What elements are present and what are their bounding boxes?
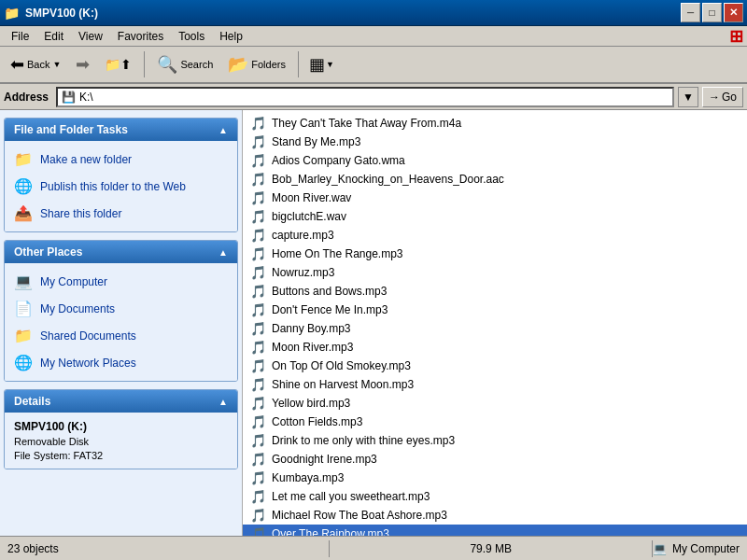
file-name: On Top Of Old Smokey.mp3 (272, 359, 411, 372)
file-icon: 🎵 (250, 134, 266, 149)
menu-file[interactable]: File (4, 28, 36, 45)
details-collapse-icon: ▲ (218, 397, 228, 407)
file-item[interactable]: 🎵Goodnight Irene.mp3 (243, 450, 747, 469)
file-item[interactable]: 🎵Let me call you sweetheart.mp3 (243, 487, 747, 506)
file-name: Goodnight Irene.mp3 (272, 453, 377, 466)
file-icon: 🎵 (250, 452, 266, 467)
nav-shared-documents[interactable]: 📁 Shared Documents (14, 325, 228, 346)
file-name: Drink to me only with thine eyes.mp3 (272, 434, 455, 447)
file-item[interactable]: 🎵Drink to me only with thine eyes.mp3 (243, 431, 747, 450)
file-item[interactable]: 🎵They Can't Take That Away From.m4a (243, 114, 747, 133)
back-label: Back (27, 59, 49, 70)
other-places-collapse-icon: ▲ (218, 247, 228, 258)
file-list[interactable]: 🎵They Can't Take That Away From.m4a🎵Stan… (243, 110, 747, 536)
task-new-folder-label: Make a new folder (40, 153, 132, 166)
status-bar: 23 objects 79.9 MB 💻 My Computer (0, 536, 747, 560)
file-icon: 🎵 (250, 508, 266, 523)
file-name: Danny Boy.mp3 (272, 322, 351, 335)
file-item[interactable]: 🎵Bob_Marley_Knocking_on_Heavens_Door.aac (243, 170, 747, 189)
file-name: Bob_Marley_Knocking_on_Heavens_Door.aac (272, 173, 504, 186)
status-size: 79.9 MB (330, 542, 651, 555)
file-item[interactable]: 🎵On Top Of Old Smokey.mp3 (243, 357, 747, 375)
title-controls: ─ □ ✕ (681, 3, 743, 22)
nav-my-computer[interactable]: 💻 My Computer (14, 271, 228, 292)
file-icon: 🎵 (250, 321, 266, 336)
file-icon: 🎵 (250, 526, 266, 536)
details-header[interactable]: Details ▲ (5, 390, 237, 413)
toolbar-separator-2 (298, 51, 299, 77)
menu-edit[interactable]: Edit (36, 28, 71, 45)
minimize-button[interactable]: ─ (681, 3, 700, 22)
file-folder-tasks-header[interactable]: File and Folder Tasks ▲ (5, 119, 237, 141)
file-name: Nowruz.mp3 (272, 266, 334, 279)
file-item[interactable]: 🎵Over The Rainbow.mp3 (243, 525, 747, 536)
file-folder-tasks-collapse-icon: ▲ (218, 125, 228, 135)
file-item[interactable]: 🎵Buttons and Bows.mp3 (243, 282, 747, 301)
nav-network-places[interactable]: 🌐 My Network Places (14, 352, 228, 373)
my-computer-status-icon: 💻 (653, 542, 667, 555)
file-name: Michael Row The Boat Ashore.mp3 (272, 509, 447, 522)
file-item[interactable]: 🎵Nowruz.mp3 (243, 263, 747, 282)
window-icon: 📁 (4, 6, 20, 21)
file-name: Yellow bird.mp3 (272, 397, 350, 410)
file-item[interactable]: 🎵Stand By Me.mp3 (243, 133, 747, 151)
close-button[interactable]: ✕ (724, 3, 743, 22)
file-item[interactable]: 🎵Don't Fence Me In.mp3 (243, 301, 747, 319)
file-name: Moon River.wav (272, 191, 351, 204)
folders-button[interactable]: 📂 Folders (221, 49, 292, 79)
toolbar-separator-1 (144, 51, 145, 77)
file-item[interactable]: 🎵Cotton Fields.mp3 (243, 413, 747, 431)
menu-tools[interactable]: Tools (171, 28, 212, 45)
task-share-folder[interactable]: 📤 Share this folder (14, 203, 228, 224)
file-name: Buttons and Bows.mp3 (272, 285, 387, 298)
maximize-button[interactable]: □ (702, 3, 722, 22)
search-label: Search (180, 59, 213, 70)
file-item[interactable]: 🎵Shine on Harvest Moon.mp3 (243, 375, 747, 394)
search-icon: 🔍 (157, 54, 177, 75)
file-icon: 🎵 (250, 470, 266, 485)
search-button[interactable]: 🔍 Search (150, 49, 219, 79)
file-icon: 🎵 (250, 228, 266, 243)
details-section: Details ▲ SMPV100 (K:) Removable Disk Fi… (4, 389, 238, 469)
menu-favorites[interactable]: Favorites (110, 28, 171, 45)
task-new-folder[interactable]: 📁 Make a new folder (14, 148, 228, 170)
folders-label: Folders (251, 59, 286, 70)
forward-button[interactable]: ➡ (69, 49, 96, 79)
menu-help[interactable]: Help (212, 28, 250, 45)
back-button[interactable]: ⬅ Back ▼ (4, 49, 67, 79)
details-drive-type: Removable Disk (14, 436, 228, 447)
file-item[interactable]: 🎵Danny Boy.mp3 (243, 319, 747, 338)
up-button[interactable]: 📁⬆ (98, 49, 138, 79)
file-name: Moon River.mp3 (272, 341, 353, 354)
file-item[interactable]: 🎵Michael Row The Boat Ashore.mp3 (243, 506, 747, 525)
file-item[interactable]: 🎵Kumbaya.mp3 (243, 469, 747, 487)
file-icon: 🎵 (250, 153, 266, 168)
toolbar: ⬅ Back ▼ ➡ 📁⬆ 🔍 Search 📂 Folders ▦ ▼ (0, 47, 747, 84)
back-dropdown-icon: ▼ (52, 60, 61, 69)
menu-view[interactable]: View (71, 28, 110, 45)
views-dropdown-icon: ▼ (326, 60, 334, 69)
go-button[interactable]: → Go (702, 87, 743, 107)
file-item[interactable]: 🎵Moon River.mp3 (243, 338, 747, 357)
other-places-header[interactable]: Other Places ▲ (5, 241, 237, 263)
file-icon: 🎵 (250, 489, 266, 504)
file-item[interactable]: 🎵bigclutchE.wav (243, 207, 747, 226)
nav-my-documents[interactable]: 📄 My Documents (14, 298, 228, 319)
file-name: Over The Rainbow.mp3 (272, 527, 389, 536)
file-icon: 🎵 (250, 209, 266, 224)
views-button[interactable]: ▦ ▼ (304, 49, 339, 79)
file-item[interactable]: 🎵Home On The Range.mp3 (243, 245, 747, 263)
views-icon: ▦ (309, 54, 325, 75)
file-icon: 🎵 (250, 396, 266, 411)
file-item[interactable]: 🎵Adios Company Gato.wma (243, 151, 747, 170)
file-item[interactable]: 🎵capture.mp3 (243, 226, 747, 245)
file-icon: 🎵 (250, 358, 266, 373)
file-name: Let me call you sweetheart.mp3 (272, 490, 430, 503)
address-input[interactable]: 💾 K:\ (56, 87, 674, 107)
file-item[interactable]: 🎵Yellow bird.mp3 (243, 394, 747, 413)
address-dropdown-button[interactable]: ▼ (678, 87, 698, 107)
file-folder-tasks-section: File and Folder Tasks ▲ 📁 Make a new fol… (4, 118, 238, 232)
task-publish-folder[interactable]: 🌐 Publish this folder to the Web (14, 175, 228, 197)
details-title: Details (14, 395, 50, 408)
file-item[interactable]: 🎵Moon River.wav (243, 189, 747, 207)
